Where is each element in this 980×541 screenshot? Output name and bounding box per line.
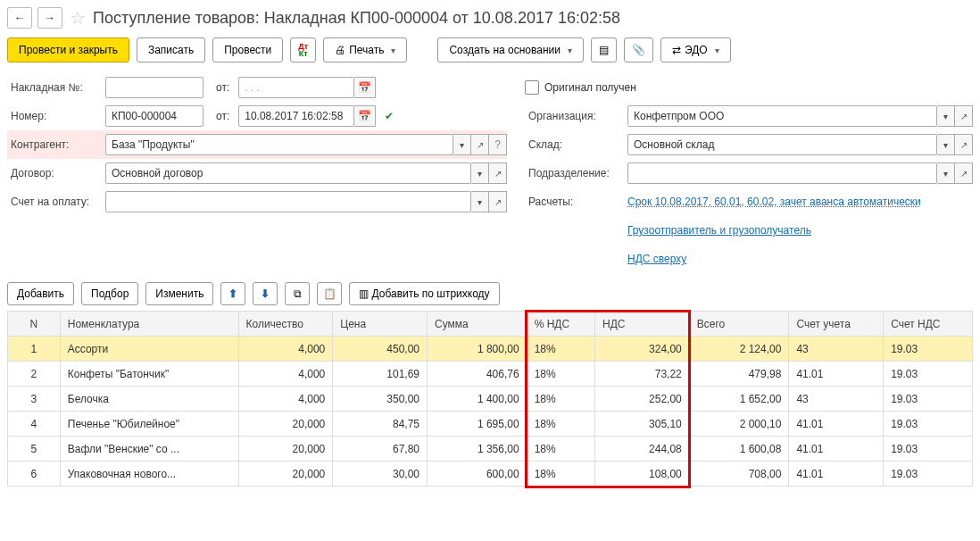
edo-button[interactable]: ⇄ ЭДО	[660, 37, 731, 62]
cell-vat-pct[interactable]: 18%	[527, 387, 594, 412]
cell-price[interactable]: 350,00	[333, 387, 428, 412]
payment-invoice-open-button[interactable]: ↗	[489, 191, 507, 212]
print-button[interactable]: 🖨 Печать	[323, 37, 407, 62]
shipper-link[interactable]: Грузоотправитель и грузополучатель	[627, 224, 811, 237]
number-input[interactable]: КП00-000004	[105, 105, 203, 127]
table-row[interactable]: 6Упаковочная нового...20,00030,00600,001…	[8, 462, 973, 487]
favorite-star-icon[interactable]: ☆	[70, 7, 86, 29]
attach-button[interactable]: 📎	[624, 37, 653, 62]
cell-price[interactable]: 101,69	[333, 362, 428, 387]
cell-total[interactable]: 479,98	[689, 362, 789, 387]
cell-qty[interactable]: 20,000	[238, 462, 333, 487]
cell-account[interactable]: 41.01	[789, 362, 884, 387]
register-button[interactable]: ▤	[591, 37, 617, 62]
create-based-on-button[interactable]: Создать на основании	[437, 37, 584, 62]
col-n[interactable]: N	[8, 312, 61, 337]
table-row[interactable]: 1Ассорти4,000450,001 800,0018%324,002 12…	[8, 337, 973, 362]
organization-input[interactable]: Конфетпром ООО	[627, 105, 937, 127]
organization-dropdown-button[interactable]: ▾	[937, 105, 955, 127]
cell-nomenclature[interactable]: Вафли "Венские" со ...	[60, 437, 238, 462]
payment-invoice-input[interactable]	[105, 191, 471, 212]
nav-back-button[interactable]: ←	[7, 7, 32, 29]
vat-above-link[interactable]: НДС сверху	[627, 253, 686, 265]
table-row[interactable]: 2Конфеты "Батончик"4,000101,69406,7618%7…	[8, 362, 973, 387]
cell-vat[interactable]: 244,08	[595, 437, 690, 462]
contractor-open-button[interactable]: ↗	[471, 134, 489, 155]
cell-vat[interactable]: 73,22	[595, 362, 690, 387]
cell-price[interactable]: 30,00	[333, 462, 428, 487]
cell-vat[interactable]: 108,00	[595, 462, 690, 487]
cell-vat-pct[interactable]: 18%	[527, 412, 594, 437]
table-move-up-button[interactable]: ⬆	[220, 282, 245, 305]
col-vat-account[interactable]: Счет НДС	[884, 312, 973, 337]
contract-dropdown-button[interactable]: ▾	[471, 162, 489, 184]
nav-forward-button[interactable]: →	[37, 7, 62, 29]
warehouse-open-button[interactable]: ↗	[955, 134, 973, 155]
contract-open-button[interactable]: ↗	[489, 162, 507, 184]
cell-vat-pct[interactable]: 18%	[527, 462, 594, 487]
cell-vat-account[interactable]: 19.03	[884, 337, 973, 362]
cell-nomenclature[interactable]: Ассорти	[60, 337, 238, 362]
col-nomenclature[interactable]: Номенклатура	[60, 312, 238, 337]
cell-account[interactable]: 41.01	[789, 437, 884, 462]
cell-vat-pct[interactable]: 18%	[527, 437, 594, 462]
cell-n[interactable]: 4	[8, 412, 61, 437]
cell-sum[interactable]: 1 356,00	[428, 437, 527, 462]
col-quantity[interactable]: Количество	[238, 312, 333, 337]
table-paste-button[interactable]: 📋	[317, 282, 342, 305]
table-pick-button[interactable]: Подбор	[81, 282, 138, 305]
settlements-link[interactable]: Срок 10.08.2017, 60.01, 60.02, зачет ава…	[627, 196, 921, 208]
cell-vat-pct[interactable]: 18%	[527, 362, 594, 387]
cell-qty[interactable]: 4,000	[238, 387, 333, 412]
table-add-button[interactable]: Добавить	[7, 282, 74, 305]
cell-sum[interactable]: 1 695,00	[428, 412, 527, 437]
payment-invoice-dropdown-button[interactable]: ▾	[471, 191, 489, 212]
warehouse-dropdown-button[interactable]: ▾	[937, 134, 955, 155]
calendar-button-2[interactable]: 📅	[354, 105, 376, 127]
contract-input[interactable]: Основной договор	[105, 162, 471, 184]
contractor-input[interactable]: База "Продукты"	[105, 134, 453, 155]
cell-vat-account[interactable]: 19.03	[884, 462, 973, 487]
cell-price[interactable]: 450,00	[333, 337, 428, 362]
cell-nomenclature[interactable]: Белочка	[60, 387, 238, 412]
cell-vat-account[interactable]: 19.03	[884, 437, 973, 462]
cell-vat[interactable]: 324,00	[595, 337, 690, 362]
cell-total[interactable]: 1 600,08	[689, 437, 789, 462]
cell-account[interactable]: 41.01	[789, 462, 884, 487]
table-barcode-button[interactable]: ▥ Добавить по штрихкоду	[349, 282, 499, 305]
cell-total[interactable]: 708,00	[689, 462, 789, 487]
cell-qty[interactable]: 20,000	[238, 437, 333, 462]
cell-qty[interactable]: 4,000	[238, 337, 333, 362]
table-row[interactable]: 3Белочка4,000350,001 400,0018%252,001 65…	[8, 387, 973, 412]
cell-vat-account[interactable]: 19.03	[884, 412, 973, 437]
col-total[interactable]: Всего	[689, 312, 789, 337]
post-button[interactable]: Провести	[212, 37, 283, 62]
invoice-no-input[interactable]	[105, 77, 203, 98]
col-sum[interactable]: Сумма	[428, 312, 527, 337]
col-price[interactable]: Цена	[333, 312, 428, 337]
cell-n[interactable]: 6	[8, 462, 61, 487]
cell-n[interactable]: 5	[8, 437, 61, 462]
table-row[interactable]: 5Вафли "Венские" со ...20,00067,801 356,…	[8, 437, 973, 462]
table-row[interactable]: 4Печенье "Юбилейное"20,00084,751 695,001…	[8, 412, 973, 437]
col-vat[interactable]: НДС	[595, 312, 690, 337]
contractor-help-button[interactable]: ?	[489, 134, 507, 155]
col-account[interactable]: Счет учета	[789, 312, 884, 337]
cell-n[interactable]: 2	[8, 362, 61, 387]
dt-kt-button[interactable]: ДтКт	[290, 37, 316, 62]
table-move-down-button[interactable]: ⬇	[253, 282, 278, 305]
cell-price[interactable]: 67,80	[333, 437, 428, 462]
cell-vat-account[interactable]: 19.03	[884, 387, 973, 412]
cell-n[interactable]: 1	[8, 337, 61, 362]
table-copy-button[interactable]: ⧉	[285, 282, 310, 305]
cell-sum[interactable]: 406,76	[428, 362, 527, 387]
cell-nomenclature[interactable]: Печенье "Юбилейное"	[60, 412, 238, 437]
cell-vat-account[interactable]: 19.03	[884, 362, 973, 387]
cell-sum[interactable]: 1 400,00	[428, 387, 527, 412]
warehouse-input[interactable]: Основной склад	[627, 134, 937, 155]
cell-vat-pct[interactable]: 18%	[527, 337, 594, 362]
cell-n[interactable]: 3	[8, 387, 61, 412]
col-vat-pct[interactable]: % НДС	[527, 312, 594, 337]
cell-vat[interactable]: 305,10	[595, 412, 690, 437]
cell-account[interactable]: 43	[789, 387, 884, 412]
